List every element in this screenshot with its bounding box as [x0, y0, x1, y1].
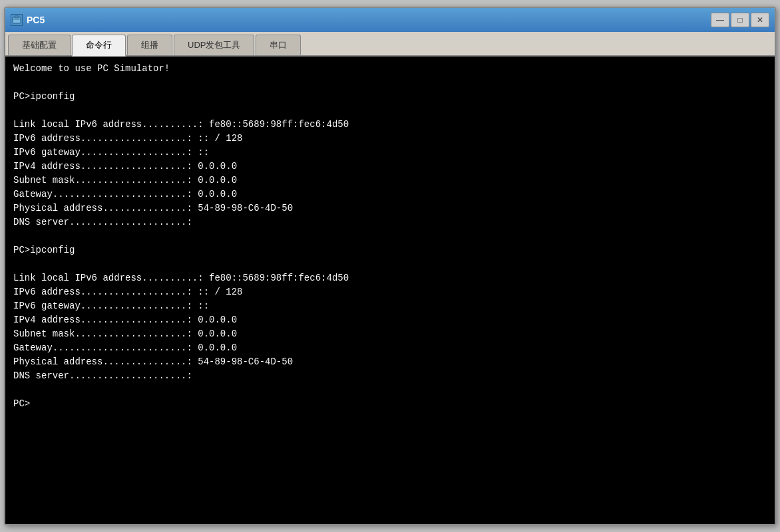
terminal-line: Gateway........................: 0.0.0.0	[13, 341, 767, 355]
terminal-line: IPv6 address...................: :: / 12…	[13, 285, 767, 299]
terminal-line: Link local IPv6 address..........: fe80:…	[13, 118, 767, 132]
svg-rect-1	[15, 16, 19, 18]
terminal-line: Physical address...............: 54-89-9…	[13, 201, 767, 215]
terminal-line	[13, 76, 767, 90]
tab-serial[interactable]: 串口	[256, 35, 301, 55]
tab-udp-tool[interactable]: UDP发包工具	[174, 35, 254, 55]
minimize-button[interactable]: —	[711, 13, 729, 27]
terminal-line: Gateway........................: 0.0.0.0	[13, 188, 767, 201]
terminal-line	[13, 383, 767, 397]
tab-bar: 基础配置 命令行 组播 UDP发包工具 串口	[5, 32, 775, 57]
window-title: PC5	[27, 15, 45, 25]
terminal-line: PC>ipconfig	[13, 90, 767, 104]
terminal-line	[13, 257, 767, 271]
terminal-line: Welcome to use PC Simulator!	[13, 62, 767, 76]
tab-multicast[interactable]: 组播	[127, 35, 172, 55]
terminal-line: Subnet mask....................: 0.0.0.0	[13, 327, 767, 341]
terminal-line: Subnet mask....................: 0.0.0.0	[13, 174, 767, 188]
maximize-button[interactable]: □	[731, 13, 749, 27]
terminal-line: IPv6 gateway...................: ::	[13, 146, 767, 160]
tab-command-line[interactable]: 命令行	[72, 35, 126, 57]
terminal-line: DNS server.....................:	[13, 369, 767, 383]
window-icon	[11, 14, 23, 26]
terminal-line: Physical address...............: 54-89-9…	[13, 355, 767, 369]
title-bar: PC5 — □ ✕	[5, 8, 775, 32]
terminal-line: IPv6 address...................: :: / 12…	[13, 132, 767, 146]
terminal-line: DNS server.....................:	[13, 215, 767, 229]
terminal-line	[13, 104, 767, 118]
terminal-output[interactable]: Welcome to use PC Simulator! PC>ipconfig…	[5, 57, 775, 524]
terminal-line: IPv4 address...................: 0.0.0.0	[13, 313, 767, 327]
close-button[interactable]: ✕	[751, 13, 769, 27]
terminal-line: IPv6 gateway...................: ::	[13, 299, 767, 313]
title-bar-left: PC5	[11, 14, 45, 26]
terminal-line: PC>	[13, 397, 767, 411]
main-window: PC5 — □ ✕ 基础配置 命令行 组播 UDP发包工具 串口 Welcome…	[4, 7, 776, 525]
tab-basic-config[interactable]: 基础配置	[8, 35, 71, 55]
window-controls: — □ ✕	[711, 13, 769, 27]
terminal-line: IPv4 address...................: 0.0.0.0	[13, 160, 767, 174]
terminal-line: PC>ipconfig	[13, 243, 767, 257]
terminal-line	[13, 229, 767, 243]
terminal-line: Link local IPv6 address..........: fe80:…	[13, 271, 767, 285]
